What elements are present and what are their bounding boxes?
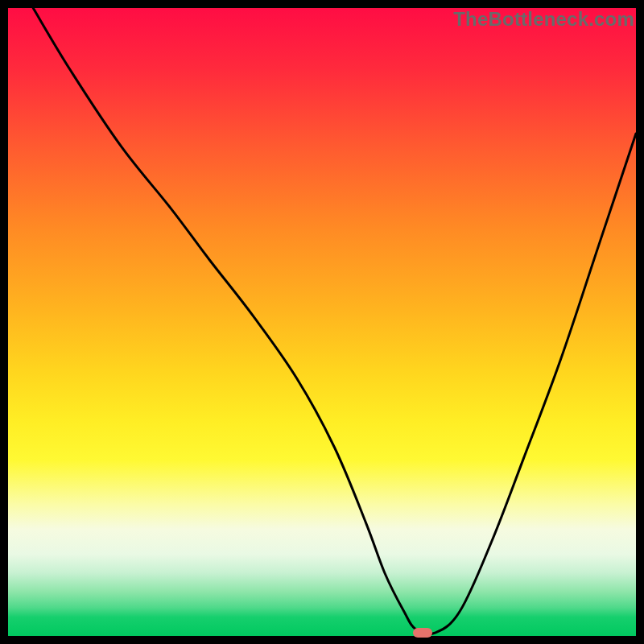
curve-svg (8, 8, 636, 636)
chart-frame: TheBottleneck.com (0, 0, 644, 644)
bottleneck-curve (33, 8, 636, 634)
plot-area: TheBottleneck.com (8, 8, 636, 636)
watermark-label: TheBottleneck.com (453, 8, 634, 31)
optimal-marker (413, 628, 432, 638)
